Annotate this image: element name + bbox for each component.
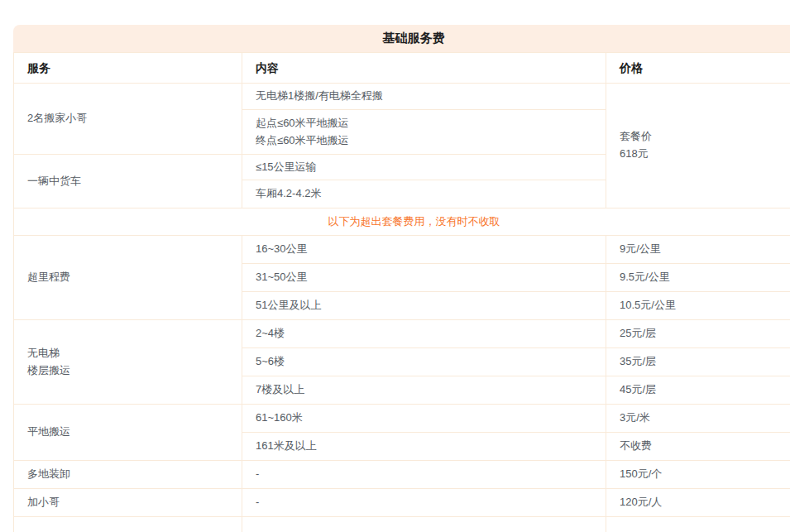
service-cell: 超里程费: [14, 236, 242, 320]
table-row: 加小哥 - 120元/人: [14, 489, 790, 517]
service-cell-truck: 一辆中货车: [14, 155, 242, 208]
service-cell-movers: 2名搬家小哥: [14, 84, 242, 155]
content-cell: 7楼及以上: [242, 376, 606, 405]
content-cell: -: [242, 489, 606, 517]
price-cell: 3元/米: [606, 405, 790, 433]
price-cell-package: 套餐价 618元: [606, 84, 790, 208]
price-cell: 25元/层: [606, 320, 790, 348]
pricing-table: 服务 内容 价格 2名搬家小哥 无电梯1楼搬/有电梯全程搬 套餐价 618元 起…: [13, 52, 790, 532]
service-cell: 平地搬运: [14, 405, 242, 461]
content-cell: 61~160米: [242, 405, 606, 433]
content-cell: 起点≤60米平地搬运 终点≤60米平地搬运: [242, 110, 606, 155]
service-cell: 多地装卸: [14, 461, 242, 489]
price-cell: [606, 517, 790, 532]
content-cell: [242, 517, 606, 532]
price-cell: 45元/层: [606, 376, 790, 405]
price-cell: 9元/公里: [606, 236, 790, 264]
content-cell: -: [242, 461, 606, 489]
column-header-service: 服务: [14, 53, 242, 84]
service-cell: 加小哥: [14, 489, 242, 517]
price-cell: 35元/层: [606, 348, 790, 376]
table-row: 平地搬运 61~160米 3元/米: [14, 405, 790, 433]
price-cell: 不收费: [606, 433, 790, 461]
banner-row: 以下为超出套餐费用，没有时不收取: [14, 208, 790, 236]
content-cell: 31~50公里: [242, 264, 606, 292]
content-cell: 5~6楼: [242, 348, 606, 376]
banner-text: 以下为超出套餐费用，没有时不收取: [14, 208, 790, 236]
price-cell: 9.5元/公里: [606, 264, 790, 292]
content-cell: 车厢4.2-4.2米: [242, 180, 606, 208]
content-cell: 无电梯1楼搬/有电梯全程搬: [242, 84, 606, 110]
price-cell: 120元/人: [606, 489, 790, 517]
content-cell: 2~4楼: [242, 320, 606, 348]
pricing-card: 基础服务费 服务 内容 价格 2名搬家小哥 无电梯1楼搬/有电梯全程搬 套餐价 …: [13, 25, 790, 532]
price-cell: 10.5元/公里: [606, 292, 790, 320]
service-cell: [14, 517, 242, 532]
column-header-price: 价格: [606, 53, 790, 84]
table-row-partial: [14, 517, 790, 532]
header-row: 服务 内容 价格: [14, 53, 790, 84]
table-title: 基础服务费: [13, 25, 790, 52]
table-row: 无电梯 楼层搬运 2~4楼 25元/层: [14, 320, 790, 348]
content-cell: 161米及以上: [242, 433, 606, 461]
column-header-content: 内容: [242, 53, 606, 84]
service-cell: 无电梯 楼层搬运: [14, 320, 242, 405]
price-cell: 150元/个: [606, 461, 790, 489]
table-row: 超里程费 16~30公里 9元/公里: [14, 236, 790, 264]
content-cell: ≤15公里运输: [242, 155, 606, 180]
table-row: 2名搬家小哥 无电梯1楼搬/有电梯全程搬 套餐价 618元: [14, 84, 790, 110]
table-row: 多地装卸 - 150元/个: [14, 461, 790, 489]
content-cell: 51公里及以上: [242, 292, 606, 320]
content-cell: 16~30公里: [242, 236, 606, 264]
